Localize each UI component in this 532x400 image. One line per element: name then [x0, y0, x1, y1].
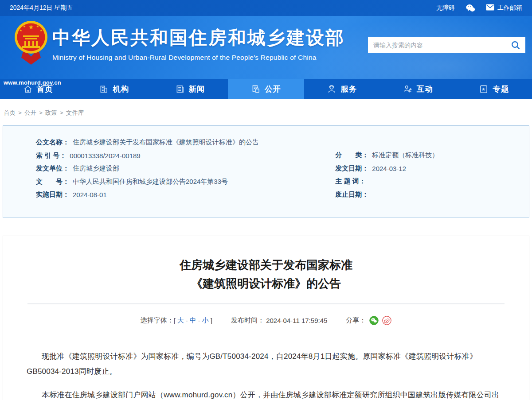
disclosure-icon: [251, 84, 261, 94]
page: 2024年4月12日 星期五 无障碍 工作: [0, 0, 532, 400]
info-row-category: 分 类： 标准定额（标准科技）: [335, 149, 529, 162]
article-meta-row: 选择字体： [ 大 - 中 - 小 ] 发布时间： 2024-04-11 17:…: [3, 316, 529, 325]
info-value: 2024-03-12: [372, 165, 406, 172]
share-group: 分享：: [346, 316, 391, 325]
article-paragraph: 本标准在住房城乡建设部门户网站（www.mohurd.gov.cn）公开，并由住…: [27, 388, 505, 400]
nav-item-topics[interactable]: ★ 专题: [456, 79, 532, 99]
nav-label: 新闻: [189, 84, 205, 94]
info-row-issue-date: 发文日期： 2024-03-12: [335, 162, 529, 175]
weibo-share-icon[interactable]: [382, 316, 391, 325]
info-label: 文 号：: [36, 178, 69, 186]
search-icon[interactable]: [506, 37, 525, 53]
font-size-large-link[interactable]: 大: [177, 316, 184, 325]
topbar: 2024年4月12日 星期五 无障碍 工作: [0, 0, 532, 16]
publish-time: 发布时间： 2024-04-11 17:59:45: [231, 316, 327, 325]
info-column-right: 分 类： 标准定额（标准科技） 发文日期： 2024-03-12 主 题 词： …: [329, 136, 529, 217]
breadcrumb-separator: >: [60, 109, 63, 116]
info-value: 住房城乡建设部: [73, 164, 119, 173]
info-value: 标准定额（标准科技）: [372, 151, 438, 159]
site-subtitle: Ministry of Housing and Urban-Rural Deve…: [52, 54, 345, 62]
breadcrumb-separator: >: [18, 109, 22, 116]
font-selector-label: 选择字体：: [141, 316, 174, 325]
nav-label: 专题: [493, 84, 509, 94]
site-header: ★ ★ ★ ★ ★ www.mohurd.gov.cn 中华人民共和国住房和城乡…: [0, 16, 532, 79]
news-icon: [175, 84, 185, 94]
svg-text:★: ★: [23, 25, 26, 28]
info-value: 中华人民共和国住房和城乡建设部公告2024年第33号: [73, 178, 228, 186]
article-title-line1: 住房城乡建设部关于发布国家标准: [3, 256, 529, 274]
info-label: 分 类：: [335, 151, 368, 159]
topic-icon: ★: [479, 84, 489, 94]
site-title: 中华人民共和国住房和城乡建设部: [52, 26, 345, 50]
bracket-close: ]: [211, 317, 212, 324]
title-divider: [27, 303, 505, 304]
share-label: 分享：: [346, 316, 366, 325]
info-row-doc-name: 公文名称： 住房城乡建设部关于发布国家标准《建筑照明设计标准》的公告: [36, 136, 329, 149]
svg-text:★: ★: [28, 23, 34, 31]
info-label: 索 引 号：: [36, 151, 66, 160]
article-panel: 住房城乡建设部关于发布国家标准 《建筑照明设计标准》的公告 选择字体： [ 大 …: [3, 236, 529, 400]
main-nav: 首页 机构 新闻: [0, 79, 532, 99]
breadcrumb: 首页>公开>政策>文件库: [0, 99, 532, 125]
wechat-share-icon[interactable]: [369, 316, 379, 325]
breadcrumb-policy[interactable]: 政策: [45, 109, 57, 116]
font-size-small-link[interactable]: 小: [202, 316, 209, 325]
interact-icon: [403, 84, 413, 94]
breadcrumb-library[interactable]: 文件库: [66, 109, 84, 116]
mail-icon: [486, 4, 494, 12]
topbar-date: 2024年4月12日 星期五: [10, 4, 73, 12]
nav-item-interact[interactable]: 互动: [380, 79, 456, 99]
topbar-links: 无障碍 工作邮箱: [436, 4, 522, 12]
info-label: 废止日期：: [335, 190, 368, 199]
publish-time-value: 2024-04-11 17:59:45: [266, 317, 327, 324]
nav-label: 公开: [265, 84, 281, 94]
font-sep: -: [198, 317, 200, 324]
info-row-implementation-date: 实施日期： 2024-08-01: [36, 188, 329, 202]
nav-item-disclosure[interactable]: 公开: [228, 79, 304, 99]
info-row-doc-number: 文 号： 中华人民共和国住房和城乡建设部公告2024年第33号: [36, 175, 329, 189]
font-sep: -: [186, 317, 188, 324]
nav-label: 服务: [340, 84, 357, 94]
font-size-selector: 选择字体： [ 大 - 中 - 小 ]: [141, 316, 212, 325]
work-mailbox-label: 工作邮箱: [497, 4, 522, 12]
info-label: 实施日期：: [36, 190, 69, 199]
article-body: 现批准《建筑照明设计标准》为国家标准，编号为GB/T50034-2024，自20…: [3, 349, 529, 400]
wechat-icon[interactable]: [466, 4, 475, 12]
info-value: 2024-08-01: [73, 191, 107, 198]
search-input[interactable]: [368, 37, 506, 53]
info-label: 发文单位：: [36, 164, 69, 173]
info-column-left: 公文名称： 住房城乡建设部关于发布国家标准《建筑照明设计标准》的公告 索 引 号…: [3, 136, 329, 217]
nav-item-service[interactable]: 服务: [304, 79, 380, 99]
breadcrumb-disclosure[interactable]: 公开: [24, 109, 36, 116]
work-mailbox-link[interactable]: 工作邮箱: [486, 4, 522, 12]
bracket-open: [: [174, 317, 176, 324]
nav-item-news[interactable]: 新闻: [152, 79, 228, 99]
nav-item-org[interactable]: 机构: [76, 79, 152, 99]
info-row-subject-words: 主 题 词：: [335, 175, 529, 188]
svg-text:★: ★: [36, 25, 39, 28]
article-title: 住房城乡建设部关于发布国家标准 《建筑照明设计标准》的公告: [3, 256, 529, 293]
info-value: 住房城乡建设部关于发布国家标准《建筑照明设计标准》的公告: [73, 138, 259, 147]
article-title-line2: 《建筑照明设计标准》的公告: [3, 274, 529, 293]
info-label: 公文名称：: [36, 138, 69, 147]
article-paragraph: 现批准《建筑照明设计标准》为国家标准，编号为GB/T50034-2024，自20…: [27, 349, 505, 379]
national-emblem-logo: ★ ★ ★ ★ ★: [13, 19, 49, 68]
publish-time-label: 发布时间：: [231, 316, 264, 325]
breadcrumb-home[interactable]: 首页: [4, 109, 16, 116]
font-size-medium-link[interactable]: 中: [190, 316, 196, 325]
svg-text:★: ★: [20, 29, 22, 32]
accessibility-link[interactable]: 无障碍: [436, 4, 455, 12]
info-row-repeal-date: 废止日期：: [335, 188, 529, 202]
info-label: 主 题 词：: [335, 177, 365, 186]
info-value: 000013338/2024-00189: [70, 152, 140, 159]
service-icon: [327, 84, 336, 94]
site-titles: 中华人民共和国住房和城乡建设部 Ministry of Housing and …: [52, 26, 345, 62]
breadcrumb-separator: >: [39, 109, 43, 116]
svg-text:★: ★: [481, 86, 486, 91]
nav-label: 机构: [113, 84, 129, 94]
site-url: www.mohurd.gov.cn: [4, 79, 61, 86]
org-icon: [99, 84, 109, 94]
info-row-index-number: 索 引 号： 000013338/2024-00189: [36, 149, 329, 163]
nav-label: 互动: [417, 84, 433, 94]
info-label: 发文日期：: [335, 164, 368, 173]
